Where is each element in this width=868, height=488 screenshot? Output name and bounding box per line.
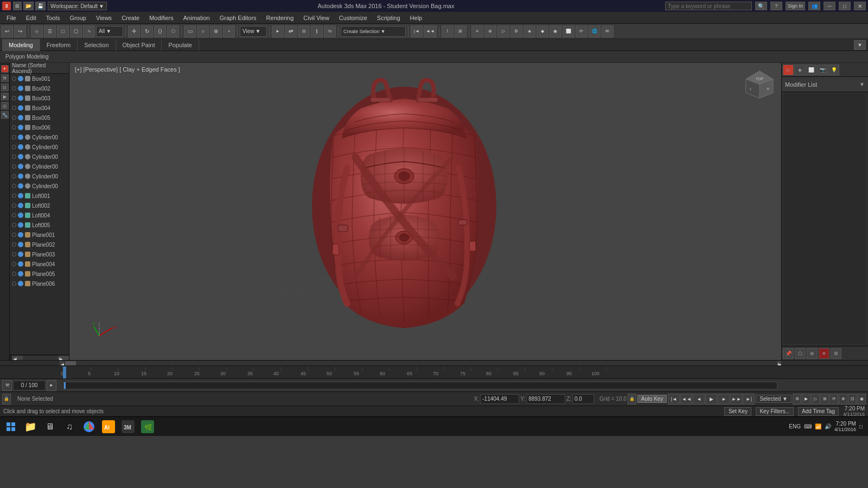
- timeline-next-icon[interactable]: ►: [47, 380, 56, 391]
- illustrator-btn[interactable]: Ai: [100, 418, 117, 435]
- signin-btn[interactable]: Sign In: [786, 2, 805, 10]
- config-modifier-icon[interactable]: ⚙: [831, 348, 841, 359]
- list-item[interactable]: Cylinder00: [10, 162, 69, 171]
- scrollbar-right-btn[interactable]: ►: [58, 356, 69, 360]
- prev-frame-btn[interactable]: ◄◄: [424, 25, 437, 37]
- search-btn[interactable]: 🔍: [755, 2, 767, 10]
- time-config-btn[interactable]: ⚙: [793, 394, 801, 404]
- ribbon-expand-btn[interactable]: ▼: [854, 40, 866, 50]
- play-btn[interactable]: ▶: [705, 394, 717, 404]
- wire-icon[interactable]: ⊡: [848, 394, 857, 404]
- scene-scrollbar[interactable]: ◄ ►: [10, 355, 69, 360]
- timeline-scroll-right[interactable]: ►: [777, 361, 781, 365]
- toggle-timeline-btn[interactable]: ⊞: [820, 394, 829, 404]
- keyframe-btn[interactable]: |◄: [411, 25, 423, 37]
- menu-views[interactable]: Views: [92, 12, 116, 23]
- frame-counter[interactable]: 0 / 100: [13, 381, 46, 390]
- menu-file[interactable]: File: [2, 12, 21, 23]
- rotate-btn[interactable]: ↻: [141, 25, 153, 37]
- file-explorer-btn[interactable]: 📁: [22, 418, 39, 435]
- circle-select-btn[interactable]: ○: [197, 25, 209, 37]
- auto-key-btn[interactable]: Auto Key: [637, 395, 667, 403]
- menu-modifiers[interactable]: Modifiers: [145, 12, 178, 23]
- shader-icon[interactable]: ◉: [857, 394, 866, 404]
- menu-rendering[interactable]: Rendering: [262, 12, 298, 23]
- active-shade-btn[interactable]: ◉: [550, 25, 561, 37]
- layer-mgr-btn[interactable]: ≡: [471, 25, 483, 37]
- render-frame-btn[interactable]: ▷: [497, 25, 509, 37]
- filter-dropdown[interactable]: All▼: [96, 26, 123, 37]
- remove-modifier-icon[interactable]: ✕: [819, 348, 829, 359]
- list-item[interactable]: Cylinder00: [10, 181, 69, 191]
- y-coord-field[interactable]: [526, 394, 565, 404]
- select-all-btn[interactable]: +: [223, 25, 235, 37]
- render-msg-btn[interactable]: ✉: [602, 25, 614, 37]
- minimize-btn[interactable]: ─: [824, 2, 835, 10]
- redo-btn[interactable]: ↪: [14, 25, 26, 37]
- add-time-tag-btn[interactable]: Add Time Tag: [798, 407, 839, 416]
- display-tab-icon[interactable]: ◎: [1, 102, 9, 110]
- environment-icon[interactable]: ◈: [794, 65, 805, 75]
- menu-group[interactable]: Group: [65, 12, 91, 23]
- render-prod-btn[interactable]: ◈: [524, 25, 535, 37]
- prev-key-btn[interactable]: ◄◄: [680, 394, 692, 404]
- go-end-btn[interactable]: ►|: [743, 394, 755, 404]
- select-region-btn[interactable]: ⬡: [70, 25, 82, 37]
- select-obj-btn[interactable]: ⊹: [31, 25, 43, 37]
- menu-edit[interactable]: Edit: [22, 12, 41, 23]
- motion-tab-icon[interactable]: ▶: [1, 93, 9, 100]
- list-item[interactable]: Cylinder00: [10, 132, 69, 142]
- search-input[interactable]: [665, 2, 752, 10]
- timeline-prev-icon[interactable]: ⚒: [2, 380, 12, 391]
- select-rect-btn[interactable]: □: [57, 25, 69, 37]
- list-item[interactable]: Cylinder00: [10, 171, 69, 181]
- menu-customize[interactable]: Customize: [335, 12, 372, 23]
- z-coord-field[interactable]: [572, 394, 594, 404]
- utilities-tab-icon[interactable]: 🔧: [1, 111, 9, 119]
- align2-btn[interactable]: ∥: [311, 25, 323, 37]
- make-unique-icon[interactable]: ⊛: [807, 348, 818, 359]
- tab-selection[interactable]: Selection: [78, 39, 116, 51]
- timeline-playback-bar[interactable]: [63, 382, 777, 389]
- fps-btn[interactable]: ⟳: [829, 394, 838, 404]
- viewport[interactable]: [+] [Perspective] [ Clay + Edged Faces ]: [69, 63, 781, 360]
- scene-exp-btn[interactable]: ⊕: [484, 25, 496, 37]
- list-item[interactable]: Box006: [10, 123, 69, 132]
- env-effects-btn[interactable]: 🌐: [589, 25, 601, 37]
- list-item[interactable]: Loft001: [10, 191, 69, 201]
- community-btn[interactable]: 👥: [808, 2, 820, 10]
- list-item[interactable]: Plane002: [10, 240, 69, 249]
- lock-sel-icon[interactable]: 🔒: [628, 394, 636, 404]
- hierarchy-tab-icon[interactable]: ⊡: [1, 84, 9, 91]
- create-sel-dropdown[interactable]: Create Selection▼: [341, 26, 406, 37]
- scrollbar-left-btn[interactable]: ◄: [12, 356, 23, 360]
- workspace-dropdown[interactable]: Workspace: Default ▼: [48, 2, 107, 10]
- named-sel-btn[interactable]: ►: [272, 25, 284, 37]
- render-region-btn[interactable]: ⬜: [563, 25, 575, 37]
- menu-animation[interactable]: Animation: [179, 12, 214, 23]
- curve-editor-btn[interactable]: ⌇: [442, 25, 454, 37]
- menu-scripting[interactable]: Scripting: [373, 12, 405, 23]
- list-item[interactable]: Loft005: [10, 220, 69, 230]
- lock-icon[interactable]: 🔒: [2, 394, 11, 404]
- tab-modeling[interactable]: Modeling: [2, 39, 40, 51]
- mirror-btn[interactable]: ⇄: [285, 25, 297, 37]
- viewport-config-btn[interactable]: ▶: [802, 394, 810, 404]
- list-item[interactable]: Plane005: [10, 269, 69, 279]
- snap-icon2[interactable]: ⊕: [839, 394, 847, 404]
- menu-civil-view[interactable]: Civil View: [299, 12, 333, 23]
- clock-time[interactable]: 7:20 PM 4/11/2016: [834, 421, 856, 432]
- list-item[interactable]: Box005: [10, 113, 69, 123]
- timeline-thumb[interactable]: [65, 361, 76, 365]
- menu-graph-editors[interactable]: Graph Editors: [215, 12, 261, 23]
- timeline-scroll-left[interactable]: ◄: [60, 361, 64, 365]
- chrome-btn[interactable]: [80, 418, 98, 435]
- tab-object-paint[interactable]: Object Paint: [116, 39, 162, 51]
- align-btn[interactable]: ⊟: [298, 25, 310, 37]
- render-last-btn[interactable]: ⟳: [576, 25, 588, 37]
- list-item[interactable]: Plane001: [10, 230, 69, 240]
- create-tab-icon[interactable]: +: [1, 65, 9, 73]
- list-item[interactable]: Plane003: [10, 249, 69, 259]
- next-frame-btn[interactable]: ►: [718, 394, 730, 404]
- select-by-name-btn[interactable]: ☰: [44, 25, 56, 37]
